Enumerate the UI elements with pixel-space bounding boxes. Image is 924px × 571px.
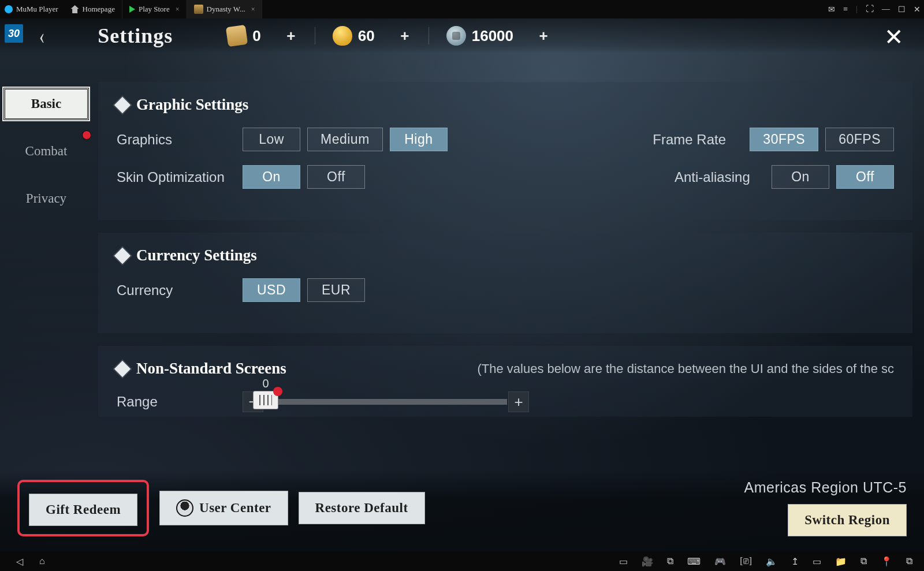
game-icon <box>194 5 203 14</box>
emulator-topbar: MuMu Player Homepage Play Store × Dynast… <box>0 0 924 18</box>
sidebar-item-combat[interactable]: Combat <box>3 135 89 167</box>
option-eur[interactable]: EUR <box>307 278 365 302</box>
close-icon[interactable]: × <box>251 5 255 14</box>
option-fps-60[interactable]: 60FPS <box>825 128 894 151</box>
tab-label: Play Store <box>139 5 170 14</box>
slider-handle[interactable] <box>253 391 278 409</box>
option-aa-off[interactable]: Off <box>836 165 894 189</box>
tool-screenshot-icon[interactable]: [⎚] <box>740 556 752 567</box>
plus-icon[interactable]: + <box>397 28 413 44</box>
region-text: Americas Region UTC-5 <box>744 479 907 496</box>
range-slider[interactable]: − 0 + <box>243 391 529 412</box>
close-button[interactable]: ✕ <box>881 24 907 50</box>
sidebar-item-label: Combat <box>25 144 68 159</box>
panel-hint: (The values below are the distance betwe… <box>477 361 894 376</box>
tool-copy-icon[interactable]: ⧉ <box>860 556 867 567</box>
emulator-bottombar: ◁ ⌂ ▭ 🎥 ⧉ ⌨ 🎮 [⎚] 🔈 ↥ ▭ 📁 ⧉ 📍 ⧉ <box>0 551 924 571</box>
emulator-brand: MuMu Player <box>0 5 64 14</box>
settings-footer: Gift Redeem User Center Restore Default … <box>0 471 924 551</box>
currency-value: 16000 <box>472 27 513 45</box>
tab-game[interactable]: Dynasty W... × <box>187 0 263 18</box>
setting-label: Frame Rate <box>653 132 739 148</box>
settings-sidebar: Basic Combat Privacy <box>0 88 92 215</box>
brand-label: MuMu Player <box>16 5 58 14</box>
option-skin-off[interactable]: Off <box>307 165 365 189</box>
menu-icon[interactable]: ≡ <box>843 5 848 14</box>
level-badge[interactable]: 30 <box>5 24 23 43</box>
settings-main[interactable]: Graphic Settings Graphics Low Medium Hig… <box>98 82 912 471</box>
nav-back-icon[interactable]: ◁ <box>16 556 23 567</box>
diamond-icon <box>114 96 131 113</box>
tool-folder-icon[interactable]: 📁 <box>835 556 847 567</box>
sidebar-item-label: Privacy <box>26 191 66 206</box>
tool-more-icon[interactable]: ⧉ <box>906 556 912 567</box>
option-skin-on[interactable]: On <box>243 165 300 189</box>
currency-value: 60 <box>358 27 375 45</box>
tab-homepage[interactable]: Homepage <box>64 0 122 18</box>
fullscreen-icon[interactable]: ⛶ <box>866 5 874 14</box>
tab-playstore[interactable]: Play Store × <box>122 0 187 18</box>
panel-title: Currency Settings <box>136 247 257 264</box>
tool-location-icon[interactable]: 📍 <box>881 556 892 567</box>
game-viewport: 30 ‹ Settings 0 + 60 + 16000 + ✕ Basic <box>0 18 924 551</box>
close-icon[interactable]: × <box>176 5 180 14</box>
button-label: User Center <box>199 501 271 516</box>
gold-icon <box>333 26 352 46</box>
gift-redeem-button[interactable]: Gift Redeem <box>29 494 137 526</box>
sidebar-item-basic[interactable]: Basic <box>3 88 89 120</box>
currency-value: 0 <box>252 27 260 45</box>
tool-keyboard-icon[interactable]: ⌨ <box>687 556 701 567</box>
option-graphics-low[interactable]: Low <box>243 128 300 151</box>
option-graphics-medium[interactable]: Medium <box>307 128 383 151</box>
option-graphics-high[interactable]: High <box>390 128 448 151</box>
option-fps-30[interactable]: 30FPS <box>750 128 818 151</box>
tab-label: Homepage <box>83 5 115 14</box>
currencies: 0 + 60 + 16000 + <box>219 24 560 48</box>
close-window-icon[interactable]: ✕ <box>914 5 921 14</box>
back-button[interactable]: ‹ <box>39 24 44 47</box>
panel-title: Non-Standard Screens <box>136 360 286 378</box>
option-aa-on[interactable]: On <box>772 165 829 189</box>
tool-multiwin-icon[interactable]: ⧉ <box>667 556 673 567</box>
diamond-icon <box>114 247 131 263</box>
tool-camera-icon[interactable]: 🎥 <box>642 556 653 567</box>
currency-ticket[interactable]: 0 + <box>219 24 307 48</box>
diamond-icon <box>114 360 131 376</box>
button-label: Gift Redeem <box>46 502 121 517</box>
plus-icon[interactable]: + <box>535 28 552 44</box>
panel-title: Graphic Settings <box>136 96 248 114</box>
panel-currency-settings: Currency Settings Currency USD EUR <box>98 233 912 333</box>
gift-redeem-highlight: Gift Redeem <box>17 480 149 536</box>
coin-icon <box>446 26 466 46</box>
tool-record-icon[interactable]: ▭ <box>619 556 628 567</box>
tool-gamepad-icon[interactable]: 🎮 <box>714 556 726 567</box>
tool-rotate-icon[interactable]: ▭ <box>813 556 821 567</box>
button-label: Switch Region <box>804 513 890 528</box>
currency-coin[interactable]: 16000 + <box>438 24 560 48</box>
hud-bar: 30 ‹ Settings 0 + 60 + 16000 + ✕ <box>0 18 924 53</box>
tool-volume-icon[interactable]: 🔈 <box>766 556 777 567</box>
switch-region-button[interactable]: Switch Region <box>788 504 907 536</box>
restore-default-button[interactable]: Restore Default <box>299 492 425 524</box>
button-label: Restore Default <box>315 501 408 516</box>
panel-graphic-settings: Graphic Settings Graphics Low Medium Hig… <box>98 82 912 220</box>
plus-button[interactable]: + <box>508 391 529 412</box>
user-center-button[interactable]: User Center <box>159 491 288 525</box>
page-title: Settings <box>98 24 173 48</box>
home-icon <box>71 5 79 13</box>
setting-label: Anti-aliasing <box>675 169 761 185</box>
alert-badge-icon <box>82 130 91 140</box>
setting-label: Currency <box>117 282 232 298</box>
currency-gold[interactable]: 60 + <box>325 24 421 48</box>
nav-home-icon[interactable]: ⌂ <box>39 556 45 567</box>
option-usd[interactable]: USD <box>243 278 300 302</box>
mail-icon[interactable]: ✉ <box>828 5 835 14</box>
tool-apk-icon[interactable]: ↥ <box>791 556 799 567</box>
sidebar-item-privacy[interactable]: Privacy <box>3 182 89 215</box>
user-icon <box>176 499 193 517</box>
maximize-icon[interactable]: ☐ <box>898 5 906 14</box>
sidebar-item-label: Basic <box>31 96 61 111</box>
plus-icon[interactable]: + <box>283 28 299 44</box>
slider-track[interactable]: 0 <box>264 399 507 405</box>
minimize-icon[interactable]: — <box>882 5 890 14</box>
